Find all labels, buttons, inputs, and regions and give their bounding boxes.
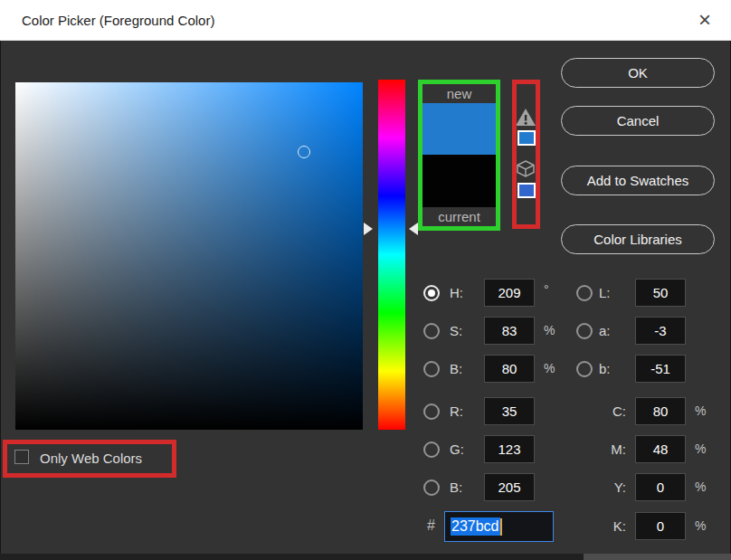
input-c[interactable] [635, 397, 686, 425]
color-field-indicator[interactable] [298, 146, 310, 158]
unit-c: % [695, 403, 706, 418]
unit-h: ° [544, 282, 549, 297]
label-y: Y: [579, 479, 626, 495]
hex-selected-text: 237bcd [451, 517, 500, 536]
radio-s[interactable] [423, 323, 440, 339]
input-r[interactable] [484, 397, 535, 425]
cancel-button[interactable]: Cancel [561, 106, 715, 136]
current-color-label: current [422, 209, 496, 224]
input-h[interactable] [484, 279, 535, 307]
radio-h[interactable] [423, 285, 440, 301]
label-g: G: [450, 441, 464, 457]
label-c: C: [579, 403, 626, 419]
radio-r[interactable] [423, 403, 440, 420]
input-b-hsb[interactable] [484, 355, 535, 383]
hue-slider-left-arrow-icon[interactable] [364, 223, 373, 235]
radio-b-hsb[interactable] [423, 361, 440, 377]
current-color-swatch[interactable] [422, 155, 496, 207]
input-a[interactable] [635, 317, 686, 345]
title-bar: Color Picker (Foreground Color) × [0, 0, 731, 41]
input-m[interactable] [635, 435, 686, 463]
input-y[interactable] [635, 473, 686, 501]
radio-a[interactable] [576, 323, 593, 339]
label-s: S: [450, 323, 462, 338]
input-b-rgb[interactable] [484, 473, 535, 501]
radio-b-rgb[interactable] [423, 479, 440, 496]
unit-m: % [695, 441, 706, 456]
ok-button[interactable]: OK [561, 58, 715, 88]
new-color-swatch [422, 103, 496, 155]
label-r: R: [450, 403, 463, 419]
bottom-edge-light [584, 554, 731, 560]
bottom-edge-dark [0, 554, 584, 560]
hue-slider-right-arrow-icon[interactable] [409, 223, 418, 235]
input-s[interactable] [484, 317, 535, 345]
new-color-label: new [422, 86, 496, 101]
close-icon[interactable]: × [688, 4, 722, 36]
unit-b-hsb: % [544, 361, 555, 375]
color-libraries-button[interactable]: Color Libraries [561, 224, 715, 254]
input-g[interactable] [484, 435, 535, 463]
dialog-title: Color Picker (Foreground Color) [22, 0, 214, 41]
unit-y: % [695, 479, 706, 494]
saturation-brightness-field[interactable] [15, 82, 363, 430]
annotation-box-red-icons [512, 80, 540, 229]
radio-l[interactable] [576, 285, 593, 301]
unit-k: % [695, 518, 706, 533]
unit-s: % [544, 323, 555, 337]
label-m: M: [579, 441, 626, 457]
radio-g[interactable] [423, 441, 440, 458]
hex-hash-label: # [427, 517, 435, 534]
label-b-hsb: B: [450, 361, 462, 376]
label-h: H: [450, 285, 463, 300]
add-to-swatches-button[interactable]: Add to Swatches [561, 166, 715, 195]
label-l: L: [599, 285, 611, 300]
gamut-nearest-color-swatch[interactable] [517, 130, 536, 146]
input-b-lab[interactable] [635, 355, 686, 383]
only-web-colors-checkbox[interactable] [14, 450, 29, 464]
radio-b-lab[interactable] [576, 361, 593, 377]
only-web-colors-label: Only Web Colors [40, 451, 142, 466]
label-k: K: [579, 518, 626, 534]
gamut-warning-icon[interactable] [515, 108, 536, 127]
input-k[interactable] [635, 512, 686, 540]
color-picker-dialog: Color Picker (Foreground Color) × new cu… [0, 0, 731, 560]
label-a: a: [599, 323, 611, 338]
input-l[interactable] [635, 279, 686, 307]
label-b-rgb: B: [450, 479, 462, 495]
label-b-lab: b: [599, 361, 611, 376]
websafe-color-swatch[interactable] [517, 183, 536, 198]
websafe-cube-icon[interactable] [516, 160, 536, 177]
hue-slider[interactable] [378, 80, 405, 430]
hex-input[interactable]: 237bcd [444, 511, 554, 542]
text-caret [500, 518, 502, 536]
